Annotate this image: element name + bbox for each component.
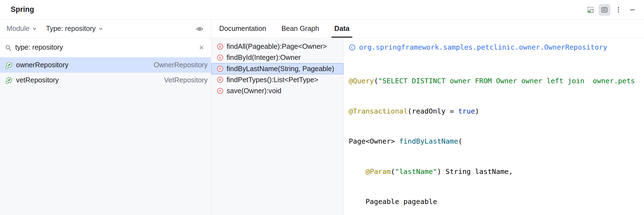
eye-icon [196,25,204,33]
more-options-icon [615,6,622,14]
view-options-button[interactable] [196,25,204,33]
class-link-row: C org.springframework.samples.petclinic.… [344,41,644,53]
window-title: Spring [11,5,34,14]
subheader: Module Type: repository [0,20,644,38]
tab-label: Bean Graph [281,25,319,33]
bean-name: vetRepository [16,76,59,84]
method-label: findPetTypes():List<PetType> [226,76,318,84]
chevron-down-icon [98,26,103,31]
search-row [0,38,211,57]
code-line: @Query("SELECT DISTINCT owner FROM Owner… [349,76,644,86]
code-line: @Transactional(readOnly = true) [349,106,644,116]
methods-panel: m findAll(Pageable):Page<Owner> m findBy… [211,38,344,215]
method-icon: m [217,87,224,94]
filter-toolbar: Module Type: repository [0,20,211,38]
code-line: Pageable pageable [349,197,644,206]
type-filter-dropdown[interactable]: Type: repository [46,25,103,33]
detail-tabs: Documentation Bean Graph Data [211,20,350,38]
detail-panel: C org.springframework.samples.petclinic.… [344,38,644,215]
method-icon: m [217,65,224,72]
code-line: @Param("lastName") String lastName, [349,166,644,176]
module-filter-dropdown[interactable]: Module [7,25,37,33]
svg-text:m: m [219,67,221,71]
bean-row[interactable]: vetRepository VetRepository [0,73,211,88]
method-label: findById(Integer):Owner [226,53,301,62]
method-row[interactable]: m findAll(Pageable):Page<Owner> [211,41,343,52]
svg-text:m: m [219,45,221,49]
tab-data[interactable]: Data [334,20,350,38]
search-icon[interactable] [5,44,12,51]
bean-name: ownerRepository [16,61,68,69]
window-layout-icon [587,6,594,14]
method-icon: m [217,76,224,83]
tab-label: Documentation [219,25,266,33]
svg-text:C: C [351,45,353,49]
class-link[interactable]: org.springframework.samples.petclinic.ow… [359,43,607,51]
method-label: save(Owner):void [226,87,281,95]
close-icon [199,45,204,50]
spring-bean-icon [5,61,13,69]
hide-icon [629,6,636,14]
module-filter-label: Module [7,25,30,33]
method-icon: m [217,43,224,50]
window-layout-button[interactable] [585,4,596,15]
method-row[interactable]: m findById(Integer):Owner [211,52,343,63]
content-area: ownerRepository OwnerRepository vetRepos… [0,38,644,215]
code-line: Page<Owner> findByLastName( [349,136,644,146]
more-options-button[interactable] [613,4,624,15]
bean-row[interactable]: ownerRepository OwnerRepository [0,57,211,72]
clear-search-button[interactable] [199,45,204,50]
details-view-button[interactable] [599,4,610,15]
method-icon: m [217,54,224,61]
search-input[interactable] [15,44,195,52]
hide-button[interactable] [627,4,638,15]
method-row[interactable]: m save(Owner):void [211,85,343,96]
method-label: findAll(Pageable):Page<Owner> [226,42,327,51]
svg-text:m: m [219,89,221,93]
bean-type: VetRepository [164,76,208,84]
bean-type: OwnerRepository [154,61,208,69]
tab-documentation[interactable]: Documentation [218,20,267,38]
class-icon: C [349,44,356,51]
svg-text:m: m [219,78,221,82]
method-row[interactable]: m findByLastName(String, Pageable) [211,63,343,74]
spring-bean-icon [5,77,13,84]
tab-label: Data [334,25,350,33]
beans-panel: ownerRepository OwnerRepository vetRepos… [0,38,211,215]
svg-text:m: m [219,56,221,60]
titlebar: Spring [0,0,644,20]
titlebar-actions [585,4,638,15]
spring-tool-window: Spring [0,0,644,215]
details-view-icon [601,6,608,14]
method-label: findByLastName(String, Pageable) [226,65,334,73]
type-filter-label: Type: repository [46,25,96,33]
chevron-down-icon [32,26,37,31]
tab-bean-graph[interactable]: Bean Graph [281,20,320,38]
method-row[interactable]: m findPetTypes():List<PetType> [211,74,343,85]
code-snippet: @Query("SELECT DISTINCT owner FROM Owner… [344,53,644,215]
